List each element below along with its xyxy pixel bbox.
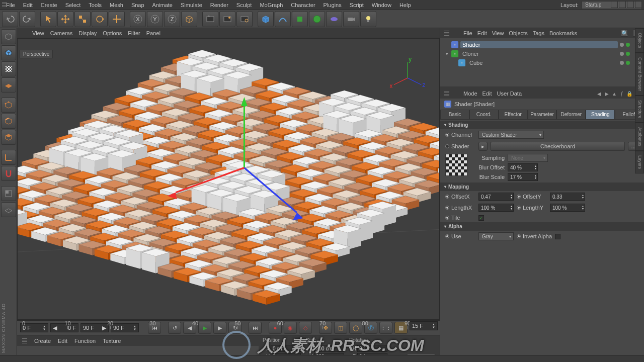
edge-mode[interactable] [1, 114, 16, 129]
add-cube[interactable] [258, 11, 274, 27]
menu-help[interactable]: Help [395, 1, 415, 9]
offsetx-input[interactable]: 0.47 [478, 193, 514, 201]
tree-row[interactable]: ▫ Cube [442, 58, 642, 67]
shader-button[interactable]: Checkerboard [491, 142, 625, 151]
next-frame-button[interactable]: ▶ [213, 322, 226, 334]
view-menu-cameras[interactable]: Cameras [50, 30, 73, 36]
menu-sculpt[interactable]: Sculpt [232, 1, 256, 9]
view-menu-options[interactable]: Options [103, 30, 122, 36]
undo-button[interactable] [2, 11, 18, 27]
size-x[interactable]: 200 cm [314, 345, 344, 352]
rot-h[interactable]: 0 ° [357, 345, 387, 352]
frame-end[interactable]: 90 F▶ [80, 323, 109, 332]
viewport-nav-icon[interactable] [611, 1, 618, 8]
section-mapping[interactable]: Mapping [440, 183, 644, 191]
coord-system[interactable] [181, 11, 197, 27]
expand-toggle[interactable]: ▾ [444, 51, 449, 56]
lenx-radio[interactable] [445, 206, 449, 210]
add-environment[interactable] [326, 11, 342, 27]
pos-x[interactable]: 0 cm [271, 345, 301, 352]
func-icon[interactable]: ƒ [619, 90, 625, 97]
make-editable[interactable] [1, 29, 16, 44]
view-menu-display[interactable]: Display [78, 30, 97, 36]
tab-basic[interactable]: Basic [440, 110, 469, 120]
redo-button[interactable] [19, 11, 35, 27]
viewport-canvas[interactable]: y z x [18, 39, 439, 319]
locked-workplane[interactable] [1, 202, 16, 217]
om-view[interactable]: View [492, 30, 504, 36]
om-edit[interactable]: Edit [477, 30, 487, 36]
mat-texture[interactable]: Texture [103, 338, 121, 344]
tab-coord[interactable]: Coord. [469, 110, 499, 120]
side-tab-content[interactable]: Content Browser [635, 53, 644, 96]
om-file[interactable]: File [463, 30, 472, 36]
menu-mograph[interactable]: MoGraph [256, 1, 287, 9]
autokey-button[interactable]: ◉ [284, 322, 297, 334]
view-menu-panel[interactable]: Panel [146, 30, 160, 36]
lengthy-input[interactable]: 100 % [550, 204, 585, 212]
z-axis-lock[interactable]: Z [164, 11, 180, 27]
tile-checkbox[interactable]: ✓ [478, 215, 484, 221]
attr-userdata[interactable]: User Data [497, 90, 522, 97]
nav-up-icon[interactable]: ▲ [611, 90, 617, 97]
vis-render-dot[interactable] [626, 52, 630, 56]
offx-radio[interactable] [445, 195, 449, 199]
mat-edit[interactable]: Edit [58, 338, 67, 344]
menu-simulate[interactable]: Simulate [177, 1, 206, 9]
current-frame-display[interactable]: 15 F▲▼ [410, 321, 438, 330]
viewport-nav-icon[interactable] [627, 1, 634, 8]
shader-radio[interactable] [445, 144, 449, 148]
add-deformer[interactable] [309, 11, 325, 27]
view-menu-view[interactable]: View [32, 30, 44, 36]
frame-end-b[interactable]: 90 F▲▼ [111, 323, 139, 332]
rotate-tool[interactable] [92, 11, 108, 27]
shader-arrow-button[interactable]: ▸ [478, 142, 488, 151]
menu-mesh[interactable]: Mesh [106, 1, 127, 9]
section-shading[interactable]: Shading [440, 121, 644, 129]
add-generator[interactable] [292, 11, 308, 27]
add-light[interactable] [360, 11, 376, 27]
attr-mode[interactable]: Mode [463, 90, 477, 97]
om-tags[interactable]: Tags [533, 30, 544, 36]
menu-tools[interactable]: Tools [85, 1, 106, 9]
point-mode[interactable] [1, 98, 16, 113]
object-tree[interactable]: ▫ Shader ▾ ▫ Cloner ▫ Cube [440, 38, 644, 86]
tree-row[interactable]: ▫ Shader [442, 40, 642, 49]
blur-scale-input[interactable]: 17 % [508, 173, 538, 181]
key-scale-icon[interactable]: ◫ [334, 322, 347, 334]
menu-plugins[interactable]: Plugins [319, 1, 346, 9]
nav-prev-icon[interactable]: ◀ [596, 90, 602, 97]
tab-deformer[interactable]: Deformer [556, 110, 586, 120]
vis-render-dot[interactable] [626, 61, 630, 65]
om-bookmarks[interactable]: Bookmarks [549, 30, 577, 36]
lengthx-input[interactable]: 100 % [478, 204, 514, 212]
attr-edit[interactable]: Edit [482, 90, 492, 97]
vis-editor-dot[interactable] [620, 52, 624, 56]
tree-row[interactable]: ▾ ▫ Cloner [442, 49, 642, 58]
menu-character[interactable]: Character [287, 1, 319, 9]
viewport-nav-icon[interactable] [619, 1, 626, 8]
viewport[interactable]: Perspective [17, 38, 440, 320]
object-name[interactable]: Cloner [460, 50, 618, 57]
keyframe-sel-button[interactable]: ◇ [299, 322, 312, 334]
menu-edit[interactable]: Edit [19, 1, 37, 9]
menu-script[interactable]: Script [346, 1, 368, 9]
om-objects[interactable]: Objects [509, 30, 527, 36]
use-radio[interactable] [445, 234, 449, 238]
step-back-button[interactable]: ↺ [168, 322, 181, 334]
mat-function[interactable]: Function [74, 338, 96, 344]
add-spline[interactable] [275, 11, 291, 27]
viewport-solo[interactable] [1, 186, 16, 201]
tab-parameter[interactable]: Parameter [528, 110, 557, 120]
menu-animate[interactable]: Animate [148, 1, 177, 9]
render-region[interactable] [219, 11, 235, 27]
y-axis-lock[interactable]: Y [147, 11, 163, 27]
nav-next-icon[interactable]: ▶ [604, 90, 610, 97]
goto-end-button[interactable]: ⏭ [249, 322, 262, 334]
snap-toggle[interactable] [1, 166, 16, 181]
invert-radio[interactable] [517, 234, 521, 238]
move-tool[interactable] [57, 11, 73, 27]
vis-editor-dot[interactable] [620, 61, 624, 65]
workplane-mode[interactable] [1, 77, 16, 93]
texture-mode[interactable] [1, 61, 16, 76]
